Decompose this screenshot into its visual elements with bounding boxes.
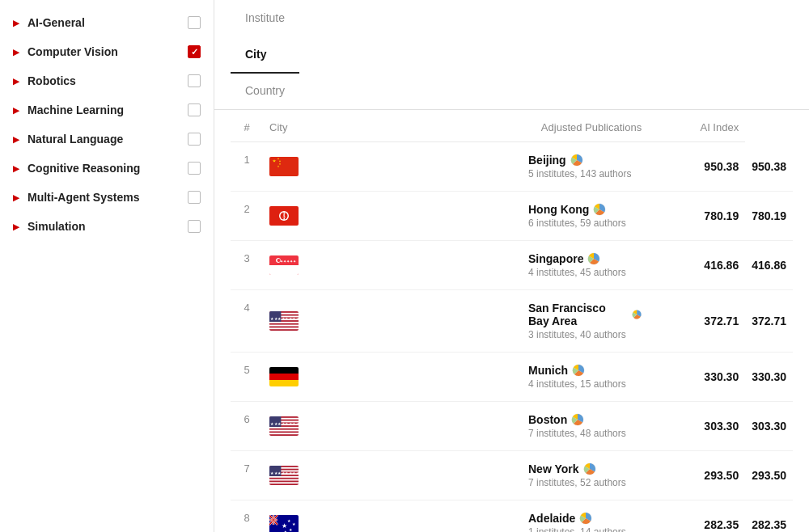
city-sub: 4 institutes, 15 authors [528,378,642,390]
svg-rect-20 [269,325,299,327]
sidebar-checkbox[interactable] [188,16,201,29]
ai-index-cell: 780.19 [745,192,793,241]
svg-point-9 [281,213,288,220]
adj-pub-cell: 303.30 [648,402,745,451]
city-table: # City Adjusted Publications AI Index 1 … [231,110,793,532]
ai-index-cell: 950.38 [745,142,793,192]
rank-cell: 3 [231,241,263,290]
city-cell: San Francisco Bay Area 3 institutes, 40 … [522,290,648,353]
svg-text:★★★★★★★★★★★★★★★★★★★★★★★★★★★★★★: ★★★★★★★★★★★★★★★★★★★★★★★★★★★★★★★★★★★★★★★★… [270,421,299,426]
svg-text:★: ★ [282,522,287,530]
sidebar-item-robotics[interactable]: ▶ Robotics [0,66,214,95]
adj-pub-cell: 950.38 [648,142,745,192]
svg-rect-19 [269,322,299,323]
arrow-icon: ▶ [13,48,19,57]
city-sub: 6 institutes, 59 authors [528,217,642,229]
city-sub: 4 institutes, 45 authors [528,267,642,278]
main-content: InstituteCityCountry # City Adjusted Pub… [214,0,809,532]
city-cell: Hong Kong 6 institutes, 59 authors [522,192,648,241]
flag-cell [263,192,522,241]
city-sub: 5 institutes, 143 authors [528,168,642,179]
svg-rect-43 [269,476,299,478]
city-cell: Adelaide 1 institutes, 14 authors [522,500,648,533]
sidebar-item-computer-vision[interactable]: ▶ Computer Vision [0,37,214,66]
tab-city[interactable]: City [231,36,299,74]
tab-country[interactable]: Country [231,73,299,110]
sidebar-item-label: AI-General [28,16,181,29]
svg-text:★★★★★★★★★★★★★★★★★★★★★★★★★★★★★★: ★★★★★★★★★★★★★★★★★★★★★★★★★★★★★★★★★★★★★★★★… [270,471,299,475]
ai-index-cell: 303.30 [745,402,793,451]
arrow-icon: ▶ [13,135,19,144]
adj-pub-cell: 330.30 [648,353,745,402]
table-row: 5 Munich 4 institutes, 15 authors 330.30… [231,353,793,402]
adj-pub-cell: 416.86 [648,241,745,290]
sidebar-checkbox[interactable] [188,162,201,175]
city-cell: New York 7 institutes, 52 authors [522,451,648,500]
sidebar-item-label: Machine Learning [28,103,181,116]
city-sub: 3 institutes, 40 authors [528,329,642,340]
flag-cell: ★★★★★★★★★★★★★★★★★★★★★★★★★★★★★★★★★★★★★★★★… [263,290,522,353]
table-row: 3 ✦✦✦✦✦ Singapore 4 institutes, 45 autho… [231,241,793,290]
sidebar-item-multi-agent-systems[interactable]: ▶ Multi-Agent Systems [0,183,214,212]
table-row: 7 ★★★★★★★★★★★★★★★★★★★★★★★★★★★★★★★★★★★★★★… [231,451,793,500]
flag-cell: ★★★★★★★★★★★★★★★★★★★★★★★★★★★★★★★★★★★★★★★★… [263,402,522,451]
sidebar-checkbox[interactable] [188,103,201,116]
sidebar-item-label: Robotics [28,74,181,87]
svg-rect-44 [269,479,299,481]
svg-text:★★★★★★★★★★★★★★★★★★★★★★★★★★★★★★: ★★★★★★★★★★★★★★★★★★★★★★★★★★★★★★★★★★★★★★★★… [270,316,299,321]
table-row: 2 Hong Kong 6 institutes, 59 authors 780… [231,192,793,241]
city-cell: Singapore 4 institutes, 45 authors [522,241,648,290]
arrow-icon: ▶ [13,106,19,115]
tab-institute[interactable]: Institute [231,0,299,37]
sidebar-checkbox[interactable] [188,191,201,204]
city-name: New York [528,462,642,475]
arrow-icon: ▶ [13,164,19,173]
sidebar-item-label: Multi-Agent Systems [28,191,181,204]
ai-index-cell: 372.71 [745,290,793,353]
city-name: Munich [528,364,642,377]
svg-rect-34 [269,430,299,432]
sidebar-item-natural-language[interactable]: ▶ Natural Language [0,125,214,154]
table-row: 6 ★★★★★★★★★★★★★★★★★★★★★★★★★★★★★★★★★★★★★★… [231,402,793,451]
sidebar-checkbox[interactable] [188,133,201,146]
city-sub: 7 institutes, 52 authors [528,477,642,488]
sidebar-checkbox[interactable] [188,74,201,87]
sidebar-item-ai-general[interactable]: ▶ AI-General [0,8,214,37]
flag-cell: ★ ★ ★ ★ ★ [263,500,522,533]
rank-cell: 2 [231,192,263,241]
sidebar-checkbox[interactable] [188,45,201,58]
svg-rect-35 [269,433,299,434]
table-container[interactable]: # City Adjusted Publications AI Index 1 … [214,110,809,532]
city-sub: 7 institutes, 48 authors [528,428,642,439]
city-cell: Boston 7 institutes, 48 authors [522,402,648,451]
flag-cell [263,142,522,192]
rank-cell: 5 [231,353,263,402]
svg-rect-26 [269,374,299,380]
sidebar-item-machine-learning[interactable]: ▶ Machine Learning [0,95,214,125]
adj-pub-cell: 372.71 [648,290,745,353]
arrow-icon: ▶ [13,193,19,202]
sidebar-item-label: Computer Vision [28,45,181,58]
sidebar-item-simulation[interactable]: ▶ Simulation [0,212,214,241]
svg-rect-12 [269,265,299,275]
sidebar-item-label: Natural Language [28,133,181,146]
rank-cell: 1 [231,142,263,192]
flag-cell: ★★★★★★★★★★★★★★★★★★★★★★★★★★★★★★★★★★★★★★★★… [263,451,522,500]
tab-bar: InstituteCityCountry [214,0,809,110]
svg-rect-33 [269,427,299,429]
table-row: 1 Beijing 5 institutes, 143 authors 950.… [231,142,793,192]
rank-cell: 6 [231,402,263,451]
arrow-icon: ▶ [13,222,19,231]
city-cell: Beijing 5 institutes, 143 authors [522,142,648,192]
adj-pub-cell: 293.50 [648,451,745,500]
city-name: Hong Kong [528,203,642,216]
sidebar-checkbox[interactable] [188,220,201,233]
city-name: Adelaide [528,512,642,525]
ai-index-cell: 293.50 [745,451,793,500]
city-sub: 1 institutes, 14 authors [528,526,642,532]
col-header-ai-index: AI Index [648,110,745,142]
ai-index-cell: 282.35 [745,500,793,533]
sidebar-item-cognitive-reasoning[interactable]: ▶ Cognitive Reasoning [0,154,214,183]
sidebar-item-label: Cognitive Reasoning [28,162,181,175]
city-name: Boston [528,413,642,426]
